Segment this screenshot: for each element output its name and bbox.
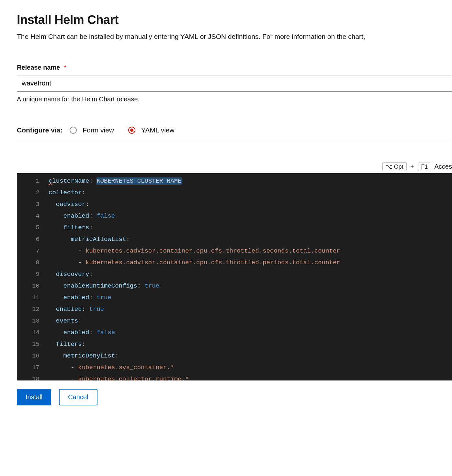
install-button[interactable]: Install xyxy=(17,389,51,405)
gutter-line: 12 xyxy=(24,303,40,315)
gutter-line: 17 xyxy=(24,362,40,373)
radio-option-form-view[interactable]: Form view xyxy=(70,126,114,134)
code-line[interactable]: - kubernetes.collector.runtime.* xyxy=(49,373,452,380)
gutter-line: 14 xyxy=(24,327,40,338)
configure-via-label: Configure via: xyxy=(17,126,62,134)
gutter-line: 11 xyxy=(24,292,40,303)
code-line[interactable]: metricAllowList: xyxy=(49,233,452,245)
editor-code[interactable]: clusterName: KUBERNETES_CLUSTER_NAMEcoll… xyxy=(45,173,452,380)
yaml-editor[interactable]: 123456789101112131415161718 clusterName:… xyxy=(17,173,452,380)
action-buttons: Install Cancel xyxy=(17,389,452,405)
kbd-opt: ⌥ Opt xyxy=(382,162,407,171)
configure-via-row: Configure via: Form view YAML view xyxy=(17,126,452,140)
code-line[interactable]: discovery: xyxy=(49,268,452,280)
code-line[interactable]: events: xyxy=(49,315,452,327)
shortcut-rest-text: Acces xyxy=(435,163,452,170)
gutter-line: 1 xyxy=(24,175,40,187)
gutter-line: 15 xyxy=(24,338,40,350)
configure-via-radio-group: Form view YAML view xyxy=(70,126,189,134)
code-line[interactable]: filters: xyxy=(49,222,452,233)
release-name-helper: A unique name for the Helm Chart release… xyxy=(17,96,452,103)
page-description: The Helm Chart can be installed by manua… xyxy=(17,33,452,40)
gutter-line: 8 xyxy=(24,257,40,268)
code-line[interactable]: enabled: true xyxy=(49,292,452,303)
radio-label-yaml: YAML view xyxy=(141,126,175,134)
required-asterisk: * xyxy=(64,64,66,71)
code-line[interactable]: collector: xyxy=(49,187,452,198)
kbd-f1: F1 xyxy=(418,163,431,171)
code-line[interactable]: enabled: false xyxy=(49,327,452,338)
radio-circle-yaml xyxy=(128,127,135,134)
cancel-button[interactable]: Cancel xyxy=(59,389,97,405)
code-line[interactable]: - kubernetes.sys_container.* xyxy=(49,362,452,373)
release-name-label: Release name * xyxy=(17,64,452,71)
gutter-line: 6 xyxy=(24,233,40,245)
kbd-plus: + xyxy=(410,163,414,170)
page-title: Install Helm Chart xyxy=(17,13,452,27)
code-line[interactable]: filters: xyxy=(49,338,452,350)
gutter-line: 2 xyxy=(24,187,40,198)
code-line[interactable]: metricDenyList: xyxy=(49,350,452,362)
code-line[interactable]: enabled: true xyxy=(49,303,452,315)
code-line[interactable]: enableRuntimeConfigs: true xyxy=(49,280,452,292)
gutter-line: 4 xyxy=(24,210,40,222)
gutter-line: 18 xyxy=(24,373,40,380)
gutter-line: 3 xyxy=(24,198,40,210)
code-line[interactable]: clusterName: KUBERNETES_CLUSTER_NAME xyxy=(49,175,452,187)
code-line[interactable]: - kubernetes.cadvisor.container.cpu.cfs.… xyxy=(49,245,452,257)
gutter-line: 16 xyxy=(24,350,40,362)
gutter-line: 13 xyxy=(24,315,40,327)
code-line[interactable]: enabled: false xyxy=(49,210,452,222)
release-name-label-text: Release name xyxy=(17,64,60,71)
radio-option-yaml-view[interactable]: YAML view xyxy=(128,126,175,134)
release-name-input[interactable] xyxy=(17,75,452,92)
editor-gutter: 123456789101112131415161718 xyxy=(17,173,45,380)
gutter-line: 7 xyxy=(24,245,40,257)
code-line[interactable]: - kubernetes.cadvisor.container.cpu.cfs.… xyxy=(49,257,452,268)
gutter-line: 5 xyxy=(24,222,40,233)
radio-label-form: Form view xyxy=(83,126,114,134)
radio-circle-form xyxy=(70,127,77,134)
accessibility-shortcut-hint: ⌥ Opt + F1 Acces xyxy=(17,162,452,171)
code-line[interactable]: cadvisor: xyxy=(49,198,452,210)
gutter-line: 9 xyxy=(24,268,40,280)
gutter-line: 10 xyxy=(24,280,40,292)
